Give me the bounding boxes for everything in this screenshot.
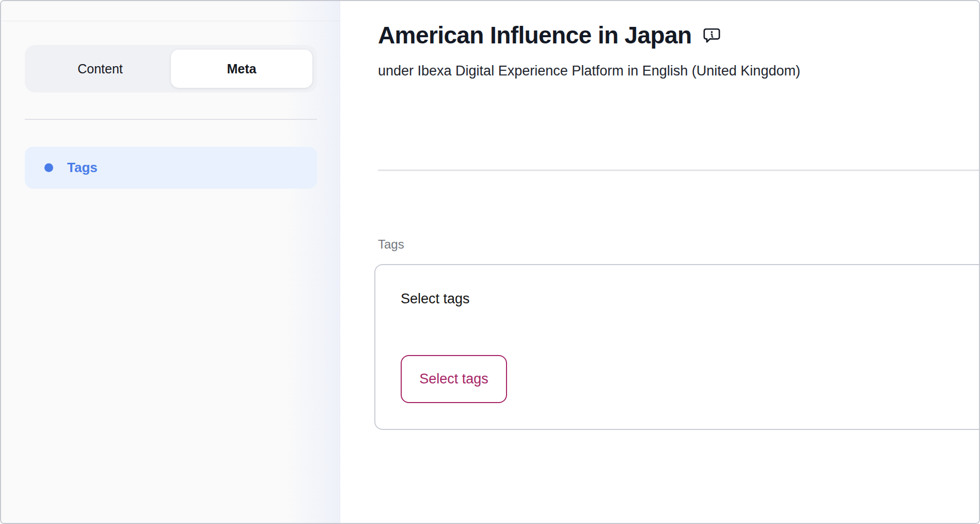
page-subtitle: under Ibexa Digital Experience Platform … [378,63,979,80]
select-tags-button[interactable]: Select tags [401,355,507,403]
info-speech-bubble-icon[interactable] [702,27,721,44]
select-tags-label: Select tags [401,291,980,307]
tab-meta[interactable]: Meta [171,50,312,88]
title-row: American Influence in Japan [378,22,979,49]
tab-content[interactable]: Content [29,50,171,88]
active-dot-icon [44,163,53,172]
page-title: American Influence in Japan [378,22,692,49]
content-divider [378,169,979,171]
main-panel: American Influence in Japan under Ibexa … [340,1,979,523]
anchor-sidebar: Content Meta Tags [1,1,340,523]
tags-field-group: Select tags Select tags [374,264,980,430]
sidebar-body: Content Meta Tags [1,21,340,189]
sidebar-item-label: Tags [67,160,98,176]
sidebar-divider [25,119,317,120]
sidebar-header [1,1,340,21]
content-edit-window: Content Meta Tags American Influence in … [0,0,980,524]
sidebar-item-tags[interactable]: Tags [25,147,317,189]
content-meta-tab-switcher: Content Meta [25,45,317,93]
tags-section-label: Tags [378,237,979,252]
